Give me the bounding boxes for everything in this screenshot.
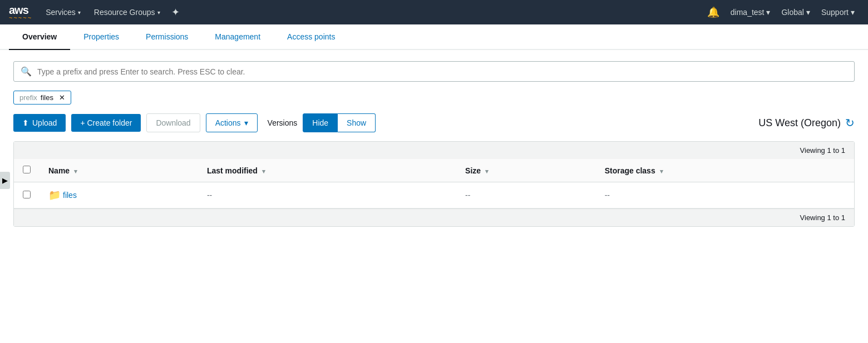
global-label: Global — [781, 8, 803, 17]
tab-management-label: Management — [215, 32, 260, 41]
table-status-top: Viewing 1 to 1 — [14, 142, 854, 159]
hide-button[interactable]: Hide — [303, 113, 338, 132]
row-size: -- — [465, 191, 470, 200]
search-icon: 🔍 — [21, 66, 32, 77]
select-all-checkbox[interactable] — [23, 166, 31, 173]
create-folder-label: + Create folder — [80, 118, 132, 127]
name-column-label: Name — [48, 166, 70, 175]
main-content: 🔍 prefix files ✕ ⬆ Upload + Create folde… — [0, 50, 868, 343]
last-modified-column-header[interactable]: Last modified ▾ — [198, 159, 456, 182]
upload-icon: ⬆ — [22, 118, 29, 127]
versions-label: Versions — [268, 118, 298, 127]
download-label: Download — [156, 118, 190, 127]
row-select-checkbox[interactable] — [23, 191, 31, 198]
tab-access-points-label: Access points — [287, 32, 335, 41]
prefix-label: prefix — [19, 93, 37, 102]
size-column-header[interactable]: Size ▾ — [456, 159, 596, 182]
size-sort-icon: ▾ — [485, 168, 489, 175]
sidebar-toggle-icon: ▶ — [2, 176, 8, 185]
row-checkbox-cell — [14, 182, 40, 208]
hide-label: Hide — [312, 118, 328, 127]
filter-close-icon[interactable]: ✕ — [59, 93, 65, 102]
table-header-row: Name ▾ Last modified ▾ Size ▾ Storage cl… — [14, 159, 854, 182]
actions-label: Actions — [215, 118, 241, 127]
services-label: Services — [46, 8, 76, 17]
actions-button[interactable]: Actions ▾ — [206, 113, 258, 132]
row-name: files — [63, 191, 77, 200]
table-container: Viewing 1 to 1 Name ▾ Last modified ▾ — [13, 141, 855, 227]
support-chevron-icon: ▾ — [851, 8, 855, 17]
upload-label: Upload — [32, 118, 57, 127]
support-label: Support — [821, 8, 849, 17]
row-storage-class-cell: -- — [596, 182, 854, 208]
create-folder-button[interactable]: + Create folder — [71, 114, 141, 132]
aws-smile-icon: ~~~~~ — [9, 14, 32, 21]
tab-overview-label: Overview — [22, 32, 57, 41]
tab-permissions[interactable]: Permissions — [132, 24, 201, 50]
files-table: Name ▾ Last modified ▾ Size ▾ Storage cl… — [14, 159, 854, 208]
top-nav: aws ~~~~~ Services ▾ Resource Groups ▾ ✦… — [0, 0, 868, 24]
tab-overview[interactable]: Overview — [9, 24, 70, 50]
services-menu[interactable]: Services ▾ — [41, 6, 85, 19]
aws-logo[interactable]: aws ~~~~~ — [9, 4, 32, 21]
search-input[interactable] — [37, 67, 847, 76]
sidebar-toggle-button[interactable]: ▶ — [0, 172, 10, 189]
tab-properties-label: Properties — [83, 32, 119, 41]
tab-permissions-label: Permissions — [146, 32, 188, 41]
upload-button[interactable]: ⬆ Upload — [13, 114, 66, 132]
name-column-header[interactable]: Name ▾ — [40, 159, 198, 182]
size-column-label: Size — [465, 166, 481, 175]
actions-chevron-icon: ▾ — [244, 118, 248, 127]
prefix-value: files — [41, 93, 53, 102]
user-name: dima_test — [731, 8, 765, 17]
last-modified-column-label: Last modified — [207, 166, 258, 175]
user-chevron-icon: ▾ — [766, 8, 770, 17]
row-storage-class: -- — [605, 191, 610, 200]
select-all-header — [14, 159, 40, 182]
folder-link[interactable]: 📁 files — [48, 189, 189, 201]
user-menu[interactable]: dima_test ▾ — [726, 6, 775, 19]
storage-class-column-header[interactable]: Storage class ▾ — [596, 159, 854, 182]
region-label: US West (Oregon) — [758, 117, 841, 129]
resource-groups-label: Resource Groups — [94, 8, 155, 17]
refresh-icon[interactable]: ↻ — [845, 116, 855, 130]
show-button[interactable]: Show — [338, 113, 376, 132]
support-menu[interactable]: Support ▾ — [817, 6, 859, 19]
action-bar: ⬆ Upload + Create folder Download Action… — [13, 113, 855, 132]
tab-properties[interactable]: Properties — [70, 24, 132, 50]
bell-icon[interactable]: 🔔 — [703, 4, 724, 21]
table-row: 📁 files -- -- -- — [14, 182, 854, 208]
global-chevron-icon: ▾ — [806, 8, 810, 17]
tab-management[interactable]: Management — [201, 24, 274, 50]
tab-access-points[interactable]: Access points — [274, 24, 348, 50]
services-chevron-icon: ▾ — [78, 9, 81, 16]
filter-tag: prefix files ✕ — [13, 91, 71, 105]
row-last-modified-cell: -- — [198, 182, 456, 208]
global-menu[interactable]: Global ▾ — [777, 6, 814, 19]
name-sort-icon: ▾ — [74, 168, 77, 175]
resource-groups-menu[interactable]: Resource Groups ▾ — [90, 6, 165, 19]
table-status-bottom: Viewing 1 to 1 — [14, 208, 854, 226]
region-info: US West (Oregon) ↻ — [758, 116, 855, 130]
versions-toggle: Hide Show — [303, 113, 376, 132]
show-label: Show — [347, 118, 366, 127]
search-bar: 🔍 — [13, 61, 855, 82]
resource-groups-chevron-icon: ▾ — [157, 9, 160, 16]
storage-class-sort-icon: ▾ — [660, 168, 663, 175]
tabs-bar: Overview Properties Permissions Manageme… — [0, 24, 868, 50]
row-name-cell: 📁 files — [40, 182, 198, 208]
download-button[interactable]: Download — [146, 113, 200, 132]
last-modified-sort-icon: ▾ — [262, 168, 265, 175]
row-last-modified: -- — [207, 191, 212, 200]
pin-icon[interactable]: ✦ — [171, 6, 180, 18]
row-size-cell: -- — [456, 182, 596, 208]
folder-icon: 📁 — [48, 189, 61, 201]
storage-class-column-label: Storage class — [605, 166, 655, 175]
